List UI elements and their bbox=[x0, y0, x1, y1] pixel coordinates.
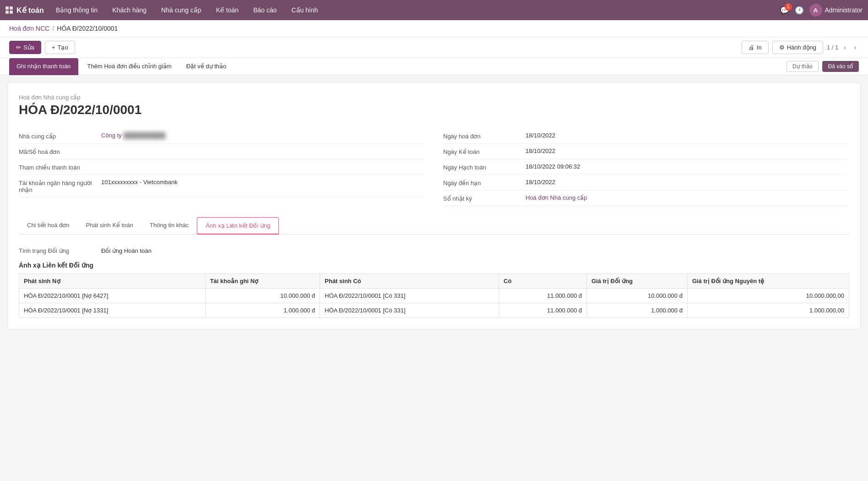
matching-table-title: Ánh xạ Liên kết Đối ứng bbox=[19, 262, 849, 269]
col-co: Có bbox=[499, 274, 587, 289]
tab-them-hoa-don[interactable]: Thêm Hoá đơn điều chỉnh giảm bbox=[80, 58, 179, 75]
cell-gia-tri-doi-ung-2: 1.000.000 đ bbox=[586, 303, 687, 318]
document-subtitle: Hoá đơn Nhà cung cấp bbox=[19, 94, 849, 101]
pagination-prev[interactable]: ‹ bbox=[841, 43, 848, 52]
pagination-next[interactable]: › bbox=[852, 43, 859, 52]
fields-left: Nhà cung cấp Công ty ██████████ Mã/Số ho… bbox=[19, 128, 425, 206]
field-ma-so-hoa-don: Mã/Số hoá đơn bbox=[19, 144, 425, 159]
document-title: HÓA Đ/2022/10/0001 bbox=[19, 103, 849, 117]
cell-gia-tri-nguyen-te-2: 1.000.000,00 bbox=[687, 303, 849, 318]
matching-status-label: Tình trạng Đối ứng bbox=[19, 247, 101, 254]
matching-table-body: HÓA Đ/2022/10/0001 [Nợ 6427] 10.000.000 … bbox=[19, 289, 849, 318]
col-gia-tri-doi-ung-nguyen-te: Giá trị Đối ứng Nguyên tệ bbox=[687, 274, 849, 289]
matching-table: Phát sinh Nợ Tài khoản ghi Nợ Phát sinh … bbox=[19, 273, 849, 318]
col-phat-sinh-no: Phát sinh Nợ bbox=[19, 274, 206, 289]
cell-gia-tri-doi-ung-1: 10.000.000 đ bbox=[586, 289, 687, 303]
status-active-badge[interactable]: Đã vào sổ bbox=[822, 61, 859, 72]
matching-status-row: Tình trạng Đối ứng Đối ứng Hoàn toàn bbox=[19, 244, 849, 258]
col-gia-tri-doi-ung: Giá trị Đối ứng bbox=[586, 274, 687, 289]
field-tai-khoan-ngan-hang: Tài khoản ngân hàng người nhận 101xxxxxx… bbox=[19, 175, 425, 197]
top-navigation: Kế toán Bảng thông tin Khách hàng Nhà cu… bbox=[0, 0, 868, 20]
cell-tai-khoan-1: 10.000.000 đ bbox=[205, 289, 320, 303]
field-ngay-ke-toan: Ngày Kế toán 18/10/2022 bbox=[443, 144, 849, 159]
nav-item-bao-cao[interactable]: Báo cáo bbox=[247, 4, 283, 16]
nav-item-ke-toan[interactable]: Kế toán bbox=[210, 4, 245, 16]
gear-icon: ⚙ bbox=[779, 44, 785, 51]
matching-status-value: Đối ứng Hoàn toàn bbox=[101, 247, 152, 254]
nav-item-cau-hinh[interactable]: Cấu hình bbox=[285, 4, 325, 16]
plus-icon: + bbox=[52, 44, 55, 51]
tab-chi-tiet-hoa-don[interactable]: Chi tiết hoá đơn bbox=[19, 217, 78, 235]
table-row[interactable]: HÓA Đ/2022/10/0001 [Nợ 6427] 10.000.000 … bbox=[19, 289, 849, 303]
user-menu[interactable]: A Administrator bbox=[809, 4, 863, 16]
action-button[interactable]: ⚙ Hành động bbox=[772, 41, 823, 54]
clock-icon[interactable]: 🕐 bbox=[795, 6, 804, 15]
document-fields: Nhà cung cấp Công ty ██████████ Mã/Số ho… bbox=[19, 128, 849, 206]
field-ngay-hach-toan: Ngày Hạch toán 18/10/2022 09:06:32 bbox=[443, 159, 849, 175]
nav-item-bang-thong-tin[interactable]: Bảng thông tin bbox=[49, 4, 104, 16]
breadcrumb-parent[interactable]: Hoá đơn NCC bbox=[9, 25, 49, 32]
table-row[interactable]: HÓA Đ/2022/10/0001 [Nợ 1331] 1.000.000 đ… bbox=[19, 303, 849, 318]
fields-right: Ngày hoá đơn 18/10/2022 Ngày Kế toán 18/… bbox=[443, 128, 849, 206]
inner-tabs: Chi tiết hoá đơn Phát sinh Kế toán Thông… bbox=[19, 217, 849, 235]
breadcrumb-current: HÓA Đ/2022/10/0001 bbox=[57, 25, 118, 32]
toolbar: ✏ Sửa + Tạo 🖨 In ⚙ Hành động 1 / 1 ‹ › bbox=[0, 37, 868, 58]
nav-item-nha-cung-cap[interactable]: Nhà cung cấp bbox=[155, 4, 208, 16]
status-draft-badge[interactable]: Dự thảo bbox=[787, 61, 819, 72]
topnav-right: 💬 1 🕐 A Administrator bbox=[780, 4, 863, 16]
breadcrumb-separator: / bbox=[52, 25, 54, 32]
cell-phat-sinh-co-2: HÓA Đ/2022/10/0001 [Có 331] bbox=[320, 303, 499, 318]
cell-tai-khoan-2: 1.000.000 đ bbox=[205, 303, 320, 318]
cell-gia-tri-nguyen-te-1: 10.000.000,00 bbox=[687, 289, 849, 303]
app-name: Kế toán bbox=[16, 6, 44, 15]
user-name: Administrator bbox=[825, 6, 863, 14]
cell-phat-sinh-no-1: HÓA Đ/2022/10/0001 [Nợ 6427] bbox=[19, 289, 206, 303]
field-ngay-hoa-don: Ngày hoá đơn 18/10/2022 bbox=[443, 128, 849, 144]
col-phat-sinh-co: Phát sinh Có bbox=[320, 274, 499, 289]
chat-icon[interactable]: 💬 1 bbox=[780, 6, 789, 15]
print-button[interactable]: 🖨 In bbox=[742, 41, 769, 54]
field-ngay-den-han: Ngày đến hạn 18/10/2022 bbox=[443, 175, 849, 191]
tab-thong-tin-khac[interactable]: Thông tin khác bbox=[141, 217, 197, 235]
cell-co-1: 11.000.000 đ bbox=[499, 289, 587, 303]
print-icon: 🖨 bbox=[749, 44, 754, 51]
edit-icon: ✏ bbox=[16, 44, 21, 51]
nha-cung-cap-value[interactable]: Công ty ██████████ bbox=[101, 132, 166, 139]
app-logo[interactable]: Kế toán bbox=[5, 6, 44, 15]
breadcrumb: Hoá đơn NCC / HÓA Đ/2022/10/0001 bbox=[0, 20, 868, 37]
grid-icon bbox=[5, 6, 13, 14]
matching-table-header: Phát sinh Nợ Tài khoản ghi Nợ Phát sinh … bbox=[19, 274, 849, 289]
so-nhat-ky-link[interactable]: Hoá đơn Nhà cung cấp bbox=[526, 194, 849, 201]
cell-phat-sinh-no-2: HÓA Đ/2022/10/0001 [Nợ 1331] bbox=[19, 303, 206, 318]
field-tham-chieu-thanh-toan: Tham chiếu thanh toán bbox=[19, 159, 425, 175]
tab-ghi-nhan-thanh-toan[interactable]: Ghi nhận thanh toán bbox=[9, 58, 78, 75]
tab-phat-sinh-ke-toan[interactable]: Phát sinh Kế toán bbox=[78, 217, 141, 235]
col-tai-khoan-ghi-no: Tài khoản ghi Nợ bbox=[205, 274, 320, 289]
main-content: Hoá đơn Nhà cung cấp HÓA Đ/2022/10/0001 … bbox=[7, 82, 861, 329]
cell-phat-sinh-co-1: HÓA Đ/2022/10/0001 [Có 331] bbox=[320, 289, 499, 303]
pagination: 1 / 1 ‹ › bbox=[827, 43, 859, 52]
tab-dat-ve-du-thao[interactable]: Đặt về dự thảo bbox=[179, 58, 234, 75]
field-so-nhat-ky: Sổ nhật ký Hoá đơn Nhà cung cấp bbox=[443, 191, 849, 206]
avatar: A bbox=[809, 4, 822, 16]
edit-button[interactable]: ✏ Sửa bbox=[9, 41, 41, 54]
nav-item-khach-hang[interactable]: Khách hàng bbox=[106, 4, 153, 16]
cell-co-2: 11.000.000 đ bbox=[499, 303, 587, 318]
action-tabs: Ghi nhận thanh toán Thêm Hoá đơn điều ch… bbox=[0, 58, 868, 75]
create-button[interactable]: + Tạo bbox=[45, 41, 75, 54]
status-badges: Dự thảo Đã vào sổ bbox=[783, 61, 859, 72]
field-nha-cung-cap: Nhà cung cấp Công ty ██████████ bbox=[19, 128, 425, 144]
tab-anh-xa-lien-ket-doi-ung[interactable]: Ánh xạ Liên kết Đối ứng bbox=[197, 217, 279, 235]
notification-badge: 1 bbox=[785, 3, 792, 11]
